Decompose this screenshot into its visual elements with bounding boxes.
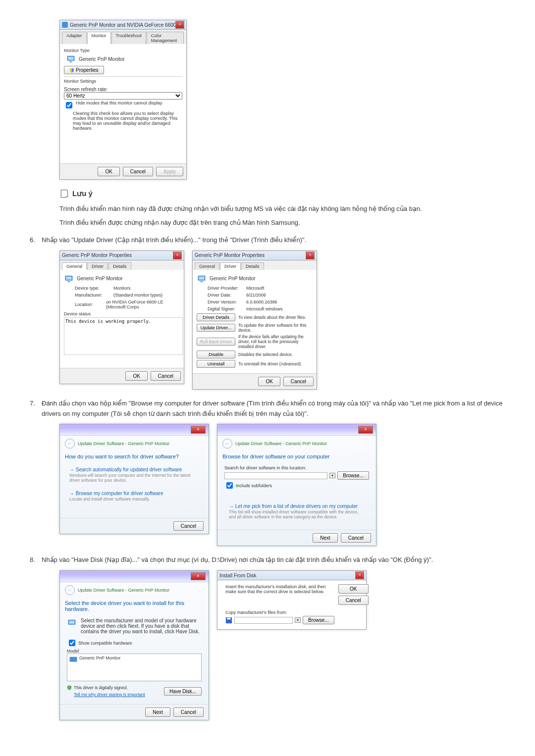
label-signer: Digital Signer: (208, 306, 246, 311)
wizard-heading: How do you want to search for driver sof… (65, 454, 204, 459)
include-label: Include subfolders (236, 483, 272, 488)
close-icon[interactable]: × (191, 572, 206, 580)
path-input[interactable] (234, 617, 293, 624)
cancel-button[interactable]: Cancel (338, 596, 369, 605)
back-icon[interactable]: ← (222, 439, 232, 449)
path-input[interactable] (224, 472, 327, 479)
cancel-button[interactable]: Cancel (341, 533, 371, 543)
next-button[interactable]: Next (145, 707, 170, 717)
properties-button[interactable]: Properties (64, 66, 104, 74)
copy-label: Copy manufacturer's files from: (225, 610, 334, 615)
svg-rect-7 (199, 276, 204, 279)
ok-button[interactable]: OK (125, 371, 147, 381)
chevron-down-icon[interactable]: ▾ (329, 473, 335, 478)
dialog-title: Generic PnP Monitor Properties (62, 252, 173, 258)
ok-button[interactable]: OK (98, 167, 119, 176)
chevron-down-icon[interactable]: ▾ (295, 617, 301, 623)
close-icon[interactable]: × (175, 21, 184, 29)
tab-general[interactable]: General (62, 262, 87, 270)
label-provider: Driver Provider: (208, 286, 246, 291)
tab-driver[interactable]: Driver (220, 262, 241, 270)
val-mfr: (Standard monitor types) (113, 293, 162, 298)
tab-troubleshoot[interactable]: Troubleshoot (111, 32, 146, 44)
option-pick-list[interactable]: → Let me pick from a list of device driv… (228, 501, 365, 522)
browse-button[interactable]: Browse... (303, 616, 334, 624)
close-icon[interactable]: × (173, 252, 182, 259)
back-icon[interactable]: ← (65, 439, 75, 449)
tab-monitor[interactable]: Monitor (87, 32, 111, 44)
show-compat-checkbox[interactable] (69, 640, 75, 646)
tab-details[interactable]: Details (108, 262, 131, 270)
props-general-dialog: Generic PnP Monitor Properties× General … (59, 251, 184, 384)
option-browse[interactable]: → Browse my computer for driver software… (64, 487, 205, 505)
apply-button[interactable]: Apply (156, 167, 183, 176)
step6-text: Nhấp vào "Update Driver (Cập nhật trình … (42, 236, 306, 244)
opt1-head: Search automatically for updated driver … (76, 467, 182, 472)
wizard-heading: Select the device driver you want to ins… (65, 600, 204, 612)
svg-rect-4 (66, 276, 71, 279)
props-driver-dialog: Generic PnP Monitor Properties× General … (192, 251, 317, 390)
monitor-icon (64, 274, 74, 284)
refresh-rate-select[interactable]: 60 Hertz (64, 92, 182, 100)
select-driver-wizard: × ←Update Driver Software - Generic PnP … (59, 570, 209, 720)
cancel-button[interactable]: Cancel (173, 707, 204, 717)
hide-modes-label: Hide modes that this monitor cannot disp… (76, 101, 162, 105)
driver-details-button[interactable]: Driver Details (197, 313, 235, 321)
close-icon[interactable]: × (191, 426, 206, 434)
settings-label: Monitor Settings (64, 79, 182, 84)
why-signing-link[interactable]: Tell me why driver signing is important (74, 692, 145, 697)
cancel-button[interactable]: Cancel (151, 371, 181, 381)
close-icon[interactable]: × (306, 252, 315, 259)
val-date: 6/21/2006 (246, 293, 266, 298)
update-driver-button[interactable]: Update Driver... (197, 324, 235, 332)
monitor-icon (197, 274, 207, 284)
label-devtype: Device type: (75, 286, 113, 291)
ok-button[interactable]: OK (338, 584, 369, 594)
cancel-button[interactable]: Cancel (283, 377, 314, 386)
back-icon[interactable]: ← (65, 585, 75, 595)
label-loc: Location: (75, 302, 106, 307)
step8-num: 8. (30, 555, 42, 565)
ok-button[interactable]: OK (258, 377, 280, 386)
wizard-sub: Select the manufacturer and model of you… (81, 618, 202, 634)
step8-text: Nhấp vào "Have Disk (Nạp đĩa)..." và chọ… (42, 556, 433, 563)
close-icon[interactable]: × (355, 571, 364, 579)
tab-color[interactable]: Color Management (147, 32, 184, 44)
val-version: 6.0.6000.16386 (246, 300, 277, 304)
search-method-wizard: × ←Update Driver Software - Generic PnP … (59, 424, 209, 534)
tab-details[interactable]: Details (241, 262, 264, 270)
next-button[interactable]: Next (313, 533, 338, 543)
signed-text: This driver is digitally signed. (74, 685, 128, 690)
have-disk-button[interactable]: Have Disk... (164, 687, 202, 696)
floppy-icon (225, 617, 232, 624)
browse-button[interactable]: Browse... (337, 471, 369, 480)
monitor-icon (67, 618, 75, 626)
luuy-title: Lưu ý (72, 189, 93, 198)
hide-modes-checkbox[interactable] (66, 102, 72, 108)
cancel-button[interactable]: Cancel (123, 167, 153, 176)
monitor-type-label: Monitor Type (64, 48, 182, 53)
disable-button[interactable]: Disable (197, 351, 235, 358)
include-subfolders-checkbox[interactable] (226, 482, 233, 489)
close-icon[interactable]: × (358, 426, 373, 434)
tab-adapter[interactable]: Adapter (62, 32, 87, 44)
svg-rect-2 (70, 61, 72, 62)
shield-icon (67, 685, 72, 690)
model-listbox[interactable]: Generic PnP Monitor (67, 654, 202, 681)
tab-driver[interactable]: Driver (87, 262, 108, 270)
step7-text: Đánh dấu chọn vào hộp kiểm "Browse my co… (42, 400, 502, 417)
label-version: Driver Version: (208, 300, 246, 304)
tab-general[interactable]: General (195, 262, 219, 270)
uninstall-button[interactable]: Uninstall (197, 360, 235, 368)
disable-desc: Disables the selected device. (238, 352, 313, 357)
cancel-button[interactable]: Cancel (173, 521, 204, 531)
rollback-driver-button[interactable]: Roll Back Driver (197, 338, 235, 346)
opt-sub: This list will show installed driver sof… (229, 509, 365, 519)
refresh-label: Screen refresh rate: (64, 87, 182, 92)
option-auto-search[interactable]: → Search automatically for updated drive… (64, 463, 205, 486)
note-icon (59, 189, 69, 199)
svg-rect-11 (70, 657, 77, 662)
show-compat-label: Show compatible hardware (78, 641, 132, 646)
dialog-title: Generic PnP Monitor and NVIDIA GeForce 6… (70, 22, 175, 28)
dialog-title: Install From Disk (219, 573, 355, 578)
